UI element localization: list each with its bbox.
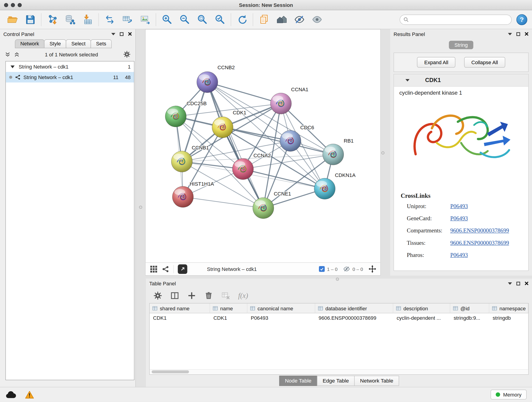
cell-canonical-name[interactable]: P06493 — [247, 313, 315, 322]
cell-id[interactable]: stringdb:9... — [450, 313, 489, 322]
add-column-icon[interactable] — [187, 291, 196, 300]
tab-select[interactable]: Select — [66, 39, 91, 48]
cell-shared-name[interactable]: CDK1 — [150, 313, 210, 322]
import-network-database-button[interactable] — [62, 12, 78, 27]
close-panel-icon[interactable] — [525, 281, 529, 286]
tab-edge-table[interactable]: Edge Table — [317, 376, 355, 386]
zoom-out-button[interactable] — [177, 12, 192, 27]
gear-icon[interactable] — [123, 51, 131, 58]
float-panel-icon[interactable] — [120, 32, 123, 36]
checkbox-icon[interactable] — [319, 266, 325, 272]
panel-menu-icon[interactable] — [111, 33, 115, 35]
table-row[interactable]: CDK1 CDK1 P06493 9606.ENSP00000378699 cy… — [150, 313, 528, 322]
table-settings-gear-icon[interactable] — [153, 291, 162, 300]
network-collection-row[interactable]: String Network – cdk1 1 — [6, 61, 134, 72]
crosslink-link[interactable]: P06493 — [450, 215, 468, 222]
tab-style[interactable]: Style — [44, 39, 66, 48]
splitter-handle[interactable] — [336, 278, 339, 281]
crosslink-link[interactable]: 9606.ENSP00000378699 — [450, 227, 509, 234]
cloud-icon[interactable] — [6, 390, 16, 399]
protein-section-header[interactable]: CDK1 — [394, 74, 528, 86]
save-session-button[interactable] — [22, 12, 38, 27]
tree-expand-icon[interactable] — [11, 65, 15, 68]
minimize-window-button[interactable] — [11, 3, 15, 7]
network-canvas[interactable]: CCNB2CCNA1CDC25BCDK1CDC6RB1CCNB1CCNA2CDK… — [146, 30, 380, 262]
network-node-CCNE1[interactable]: CCNE1 — [253, 191, 291, 219]
tab-string[interactable]: String — [449, 41, 473, 49]
help-button[interactable]: ? — [516, 14, 527, 25]
collapse-all-icon[interactable] — [5, 51, 11, 57]
close-panel-icon[interactable] — [128, 32, 132, 36]
column-header-canonical-name[interactable]: canonical name — [247, 303, 315, 313]
splitter-handle[interactable] — [381, 151, 385, 154]
collapse-section-icon[interactable] — [405, 79, 410, 81]
memory-button[interactable]: Memory — [491, 390, 526, 400]
tab-node-table[interactable]: Node Table — [279, 376, 317, 386]
refresh-view-button[interactable] — [234, 12, 250, 27]
horizontal-scrollbar-track[interactable] — [150, 369, 528, 374]
panel-menu-icon[interactable] — [508, 282, 512, 284]
import-table-file-button[interactable] — [80, 12, 95, 27]
tab-network[interactable]: Network — [15, 39, 44, 48]
network-node-HIST1H1A[interactable]: HIST1H1A — [172, 181, 214, 207]
column-header-name[interactable]: name — [210, 303, 247, 313]
zoom-selected-button[interactable] — [212, 12, 228, 27]
import-network-file-button[interactable] — [44, 12, 60, 27]
show-graphics-details-button[interactable] — [309, 12, 325, 27]
network-node-CDK1[interactable]: CDK1 — [212, 110, 247, 138]
pan-crosshair-icon[interactable] — [368, 265, 376, 273]
horizontal-scrollbar-thumb[interactable] — [152, 370, 189, 373]
cell-name[interactable]: CDK1 — [210, 313, 247, 322]
search-input[interactable] — [411, 17, 508, 23]
warning-icon[interactable] — [25, 390, 34, 399]
cell-namespace[interactable]: stringdb — [489, 313, 528, 322]
panel-splitter[interactable] — [136, 29, 145, 275]
column-header-description[interactable]: description — [393, 303, 450, 313]
detach-view-button[interactable] — [178, 264, 187, 274]
float-panel-icon[interactable] — [516, 281, 520, 285]
tab-network-table[interactable]: Network Table — [354, 376, 399, 386]
column-header-shared-name[interactable]: shared name — [150, 303, 210, 313]
delete-column-icon[interactable] — [204, 291, 213, 300]
search-field[interactable] — [400, 14, 512, 25]
column-header-namespace[interactable]: namespace — [489, 303, 528, 313]
share-network-icon[interactable] — [162, 265, 169, 273]
cell-database-identifier[interactable]: 9606.ENSP00000378699 — [315, 313, 393, 322]
crosslink-link[interactable]: P06493 — [450, 252, 468, 259]
column-header-database-identifier[interactable]: database identifier — [315, 303, 393, 313]
clone-network-button[interactable] — [102, 12, 117, 27]
open-session-button[interactable] — [5, 12, 20, 27]
network-node-RB1[interactable]: RB1 — [323, 138, 354, 165]
close-window-button[interactable] — [4, 3, 8, 7]
panel-menu-icon[interactable] — [508, 33, 512, 35]
network-node-CCNB1[interactable]: CCNB1 — [171, 145, 209, 172]
splitter-handle[interactable] — [139, 206, 142, 209]
copy-document-button[interactable] — [256, 12, 272, 27]
zoom-fit-button[interactable] — [195, 12, 210, 27]
birds-eye-view-button[interactable] — [274, 12, 289, 27]
network-graph[interactable]: CCNB2CCNA1CDC25BCDK1CDC6RB1CCNB1CCNA2CDK… — [146, 30, 380, 262]
float-panel-icon[interactable] — [516, 32, 520, 36]
tab-sets[interactable]: Sets — [91, 39, 112, 48]
network-row[interactable]: String Network – cdk1 11 48 — [6, 72, 134, 83]
expand-all-button[interactable]: Expand All — [417, 57, 456, 68]
network-node-CDKN1A[interactable]: CDKN1A — [314, 172, 355, 199]
crosslink-link[interactable]: 9606.ENSP00000378699 — [450, 240, 509, 247]
grid-view-icon[interactable] — [150, 265, 158, 273]
new-network-from-table-button[interactable] — [119, 12, 135, 27]
collapse-all-button[interactable]: Collapse All — [464, 57, 505, 68]
horizontal-splitter[interactable] — [136, 275, 532, 279]
close-panel-icon[interactable] — [525, 32, 529, 36]
network-node-CDC6[interactable]: CDC6 — [280, 125, 314, 151]
network-node-CCNA1[interactable]: CCNA1 — [270, 87, 308, 114]
hide-graphics-details-button[interactable] — [291, 12, 307, 27]
column-header-id[interactable]: @id — [450, 303, 489, 313]
crosslink-link[interactable]: P06493 — [450, 203, 468, 210]
zoom-window-button[interactable] — [18, 3, 22, 7]
expand-all-icon[interactable] — [14, 51, 20, 57]
function-builder-icon[interactable]: f(x) — [238, 291, 248, 300]
zoom-in-button[interactable] — [159, 12, 175, 27]
show-columns-icon[interactable] — [170, 291, 179, 300]
export-image-button[interactable] — [137, 12, 152, 27]
cell-description[interactable]: cyclin-dependent ... — [393, 313, 450, 322]
